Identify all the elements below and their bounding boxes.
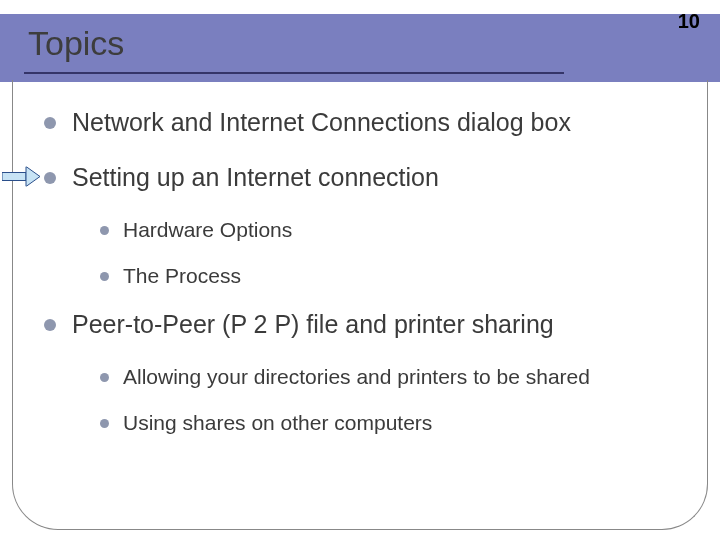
bullet-level-2: The Process [100, 264, 690, 288]
bullet-icon [100, 226, 109, 235]
title-underline [24, 72, 564, 74]
bullet-icon [44, 172, 56, 184]
svg-rect-0 [2, 172, 26, 180]
bullet-text: Using shares on other computers [123, 411, 432, 435]
list-item: Setting up an Internet connection Hardwa… [44, 163, 690, 288]
bullet-text: Allowing your directories and printers t… [123, 365, 590, 389]
bullet-text: Peer-to-Peer (P 2 P) file and printer sh… [72, 310, 554, 339]
bullet-level-1: Peer-to-Peer (P 2 P) file and printer sh… [44, 310, 690, 339]
bullet-icon [100, 373, 109, 382]
bullet-icon [44, 117, 56, 129]
bullet-text: Hardware Options [123, 218, 292, 242]
bullet-level-1: Setting up an Internet connection [44, 163, 690, 192]
slide: 10 Topics Network and Internet Connectio… [0, 0, 720, 540]
page-number: 10 [678, 10, 700, 33]
arrow-right-icon [2, 163, 40, 192]
bullet-icon [100, 272, 109, 281]
bullet-level-2: Allowing your directories and printers t… [100, 365, 690, 389]
svg-marker-1 [26, 166, 40, 186]
bullet-level-2: Hardware Options [100, 218, 690, 242]
bullet-text: Setting up an Internet connection [72, 163, 439, 192]
bullet-level-2: Using shares on other computers [100, 411, 690, 435]
list-item: Network and Internet Connections dialog … [44, 108, 690, 137]
bullet-text: The Process [123, 264, 241, 288]
bullet-icon [44, 319, 56, 331]
list-item: Peer-to-Peer (P 2 P) file and printer sh… [44, 310, 690, 435]
bullet-text: Network and Internet Connections dialog … [72, 108, 571, 137]
bullet-level-1: Network and Internet Connections dialog … [44, 108, 690, 137]
page-title: Topics [28, 24, 124, 63]
content-area: Network and Internet Connections dialog … [44, 108, 690, 457]
bullet-icon [100, 419, 109, 428]
